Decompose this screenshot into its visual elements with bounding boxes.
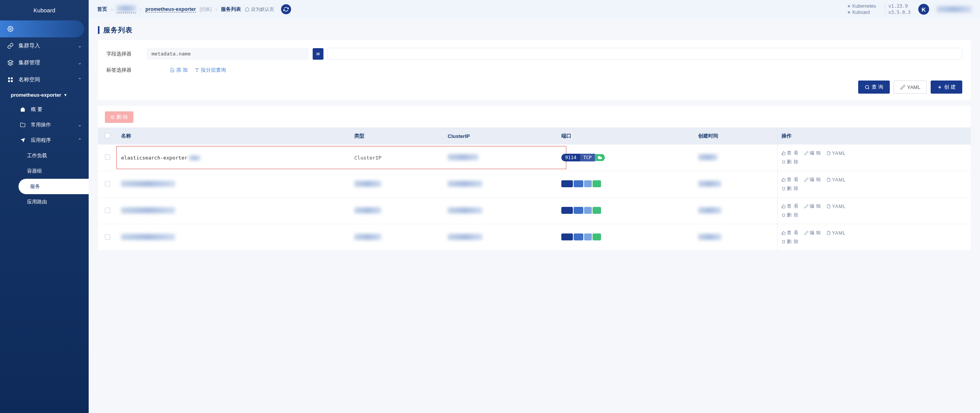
- layers-icon: [195, 68, 199, 72]
- row-checkbox[interactable]: [105, 154, 110, 160]
- svg-point-0: [10, 28, 11, 30]
- sidebar-item-label: 应用路由: [27, 198, 47, 205]
- file-icon: [827, 151, 831, 155]
- chevron-up-icon: ⌃: [78, 77, 82, 82]
- breadcrumb-home[interactable]: 首页: [97, 6, 107, 13]
- edit-icon: [804, 231, 808, 235]
- sidebar-item-pods[interactable]: 容器组: [15, 163, 89, 179]
- user-avatar[interactable]: K: [918, 4, 929, 15]
- sidebar-item-namespace[interactable]: 名称空间 ⌃: [0, 71, 89, 88]
- delete-link[interactable]: 删 除: [781, 159, 798, 165]
- version-info: Kubernetes:v1.23.9 Kuboard:v3.5.0.3: [848, 3, 911, 15]
- refresh-button[interactable]: [281, 4, 291, 14]
- sidebar-item-cluster-import[interactable]: 集群导入 ⌄: [0, 37, 89, 54]
- breadcrumb-switch[interactable]: [切换]: [200, 6, 212, 13]
- sidebar-item-label: 概 要: [31, 106, 42, 113]
- sidebar-item-applications[interactable]: 应用程序 ⌃: [8, 133, 89, 148]
- add-label-button[interactable]: 添 加: [170, 67, 188, 74]
- label-selector-label: 标签选择器: [106, 67, 143, 74]
- table-row: elasticsearch-exporter ClusterIP 9114TCP…: [98, 144, 971, 171]
- delete-link[interactable]: 删 除: [781, 238, 798, 245]
- delete-link[interactable]: 删 除: [781, 212, 798, 218]
- create-button[interactable]: 创 建: [931, 81, 962, 94]
- trash-icon: [781, 160, 786, 164]
- breadcrumb: 首页 › › prometheus-exporter [切换] › 服务列表 设…: [97, 4, 291, 14]
- port-badge: 9114TCP: [561, 154, 605, 161]
- ops-cell: 查 看 编 辑 YAML 删 除: [778, 224, 971, 251]
- search-icon: [865, 85, 870, 90]
- ops-cell: 查 看 编 辑 YAML 删 除: [778, 198, 971, 224]
- edit-link[interactable]: 编 辑: [804, 230, 821, 236]
- topbar: 首页 › › prometheus-exporter [切换] › 服务列表 设…: [89, 0, 980, 18]
- sidebar-item-workloads[interactable]: 工作负载: [15, 148, 89, 163]
- edit-icon: [804, 151, 808, 155]
- sidebar-item-ingress[interactable]: 应用路由: [15, 194, 89, 210]
- service-name[interactable]: elasticsearch-exporter: [121, 155, 187, 161]
- edit-link[interactable]: 编 辑: [804, 150, 821, 156]
- edit-link[interactable]: 编 辑: [804, 176, 821, 183]
- view-link[interactable]: 查 看: [781, 203, 798, 210]
- layers-icon: [7, 59, 14, 66]
- view-link[interactable]: 查 看: [781, 150, 798, 156]
- table-row: 查 看 编 辑 YAML 删 除: [98, 224, 971, 251]
- yaml-button[interactable]: YAML: [894, 81, 927, 94]
- field-value-input[interactable]: [327, 48, 962, 60]
- chevron-right-icon: ›: [216, 6, 217, 12]
- chevron-down-icon: ⌄: [78, 43, 82, 49]
- field-selector-input[interactable]: [147, 48, 309, 60]
- row-checkbox[interactable]: [105, 181, 110, 186]
- equals-icon: [315, 51, 321, 57]
- breadcrumb-namespace[interactable]: prometheus-exporter: [145, 6, 196, 12]
- view-link[interactable]: 查 看: [781, 230, 798, 236]
- svg-rect-4: [8, 80, 10, 82]
- sidebar-item-cluster-manage[interactable]: 集群管理 ⌄: [0, 54, 89, 71]
- view-link[interactable]: 查 看: [781, 176, 798, 183]
- thumbs-up-icon: [781, 204, 786, 208]
- grid-icon: [7, 76, 14, 83]
- namespace-selector[interactable]: prometheus-exporter ▼: [0, 88, 89, 102]
- edit-link[interactable]: 编 辑: [804, 203, 821, 210]
- bulk-delete-button[interactable]: 删 除: [105, 111, 133, 123]
- sidebar-item-label: 工作负载: [27, 152, 47, 159]
- chevron-right-icon: ›: [111, 6, 113, 12]
- sidebar-item-common-ops[interactable]: 常用操作 ⌄: [8, 117, 89, 133]
- chevron-right-icon: ›: [140, 6, 142, 12]
- filter-panel: 字段选择器 标签选择器 添 加: [98, 40, 971, 100]
- svg-line-13: [868, 88, 869, 89]
- cluster-ip: [448, 154, 478, 160]
- equals-button[interactable]: [313, 48, 323, 60]
- home-icon: [245, 7, 249, 12]
- sidebar-item-label: 集群管理: [19, 59, 40, 66]
- sidebar-item-services[interactable]: 服务: [19, 179, 89, 194]
- services-table: 名称 类型 ClusterIP 端口 创建时间 操作 elasticsearch…: [98, 128, 971, 251]
- breadcrumb-cluster[interactable]: [117, 5, 136, 13]
- group-query-button[interactable]: 按分层查询: [195, 67, 226, 74]
- sidebar-item-selected[interactable]: [0, 20, 84, 37]
- select-all-checkbox[interactable]: [105, 133, 110, 138]
- col-name: 名称: [117, 128, 350, 144]
- row-checkbox[interactable]: [105, 208, 110, 213]
- port-badge: [561, 207, 601, 214]
- sidebar-item-label: 服务: [30, 183, 40, 190]
- user-name[interactable]: [937, 6, 972, 12]
- ops-cell: 查 看 编 辑 YAML 删 除: [778, 171, 971, 198]
- yaml-link[interactable]: YAML: [827, 176, 846, 183]
- service-type: ClusterIP: [354, 155, 381, 161]
- set-default-page[interactable]: 设为默认页: [245, 6, 274, 13]
- row-checkbox[interactable]: [105, 234, 110, 240]
- send-icon: [19, 137, 26, 144]
- delete-link[interactable]: 删 除: [781, 185, 798, 192]
- col-created: 创建时间: [694, 128, 778, 144]
- yaml-link[interactable]: YAML: [827, 150, 846, 156]
- trash-icon: [110, 115, 115, 119]
- query-button[interactable]: 查 询: [858, 81, 890, 94]
- svg-rect-2: [8, 77, 10, 79]
- trash-icon: [781, 240, 786, 244]
- port-badge: [561, 233, 601, 240]
- link-icon: [7, 42, 14, 49]
- sidebar-item-overview[interactable]: 概 要: [8, 102, 89, 117]
- app-logo[interactable]: Kuboard: [0, 0, 89, 20]
- yaml-link[interactable]: YAML: [827, 203, 846, 210]
- folder-icon: [19, 121, 26, 128]
- yaml-link[interactable]: YAML: [827, 230, 846, 236]
